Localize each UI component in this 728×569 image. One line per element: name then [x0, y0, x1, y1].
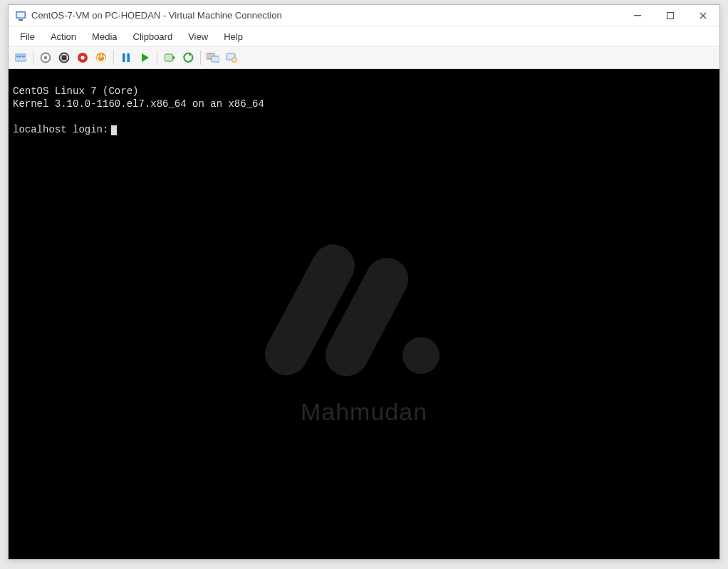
text-cursor — [111, 125, 117, 135]
menu-file[interactable]: File — [13, 29, 42, 44]
menu-media[interactable]: Media — [85, 29, 124, 44]
svg-rect-2 — [19, 19, 23, 21]
watermark: Mahmudan — [288, 239, 440, 418]
toolbar-separator — [157, 51, 157, 65]
titlebar: CentOS-7-VM on PC-HOEDAN - Virtual Machi… — [9, 5, 719, 26]
maximize-button[interactable] — [654, 5, 687, 26]
ctrl-alt-del-button[interactable] — [13, 50, 28, 66]
menubar: File Action Media Clipboard View Help — [9, 26, 719, 46]
share-icon — [226, 52, 237, 63]
share-button[interactable] — [224, 50, 239, 66]
console-line: Kernel 3.10.0-1160.el7.x86_64 on an x86_… — [13, 98, 264, 110]
revert-button[interactable] — [180, 50, 196, 66]
svg-rect-5 — [15, 54, 26, 61]
pause-icon — [121, 53, 131, 63]
watermark-dot-icon — [402, 337, 440, 374]
svg-rect-18 — [165, 54, 173, 61]
shut-down-icon — [58, 52, 70, 63]
svg-rect-1 — [17, 12, 25, 17]
svg-rect-12 — [62, 56, 67, 61]
close-icon — [700, 12, 707, 19]
watermark-bar-icon — [318, 251, 415, 384]
svg-point-10 — [44, 56, 47, 59]
svg-rect-20 — [212, 56, 219, 62]
turn-off-button[interactable] — [38, 50, 53, 66]
watermark-logo — [288, 239, 440, 381]
svg-rect-16 — [123, 53, 125, 62]
maximize-icon — [667, 12, 674, 19]
reset-button[interactable] — [93, 50, 109, 66]
revert-icon — [182, 52, 194, 63]
save-icon — [77, 52, 88, 63]
toolbar-separator — [113, 51, 114, 65]
toolbar — [9, 46, 719, 69]
ctrl-alt-del-icon — [15, 53, 26, 63]
watermark-bar-icon — [258, 237, 363, 383]
toolbar-separator — [200, 51, 201, 65]
checkpoint-icon — [164, 52, 175, 63]
enhanced-session-icon — [207, 53, 219, 63]
checkpoint-button[interactable] — [162, 50, 177, 66]
app-icon — [14, 9, 27, 22]
console-line: CentOS Linux 7 (Core) — [13, 85, 138, 97]
menu-view[interactable]: View — [181, 29, 215, 44]
svg-point-14 — [80, 56, 84, 59]
menu-help[interactable]: Help — [217, 29, 250, 44]
svg-rect-8 — [22, 56, 25, 57]
start-icon — [140, 53, 150, 63]
vm-console[interactable]: CentOS Linux 7 (Core) Kernel 3.10.0-1160… — [9, 69, 719, 559]
window-title: CentOS-7-VM on PC-HOEDAN - Virtual Machi… — [31, 10, 621, 21]
login-prompt: localhost login: — [13, 124, 108, 135]
svg-rect-7 — [19, 56, 21, 57]
turn-off-icon — [40, 52, 51, 63]
svg-rect-3 — [634, 15, 641, 16]
start-button[interactable] — [137, 50, 152, 66]
svg-rect-22 — [232, 58, 236, 62]
shut-down-button[interactable] — [56, 50, 72, 66]
minimize-icon — [634, 12, 641, 19]
enhanced-session-button[interactable] — [205, 50, 221, 66]
window-controls — [621, 5, 719, 26]
close-button[interactable] — [687, 5, 719, 26]
menu-action[interactable]: Action — [43, 29, 83, 44]
menu-clipboard[interactable]: Clipboard — [126, 29, 180, 44]
vm-connection-window: CentOS-7-VM on PC-HOEDAN - Virtual Machi… — [8, 4, 720, 560]
toolbar-separator — [33, 51, 33, 65]
minimize-button[interactable] — [621, 5, 654, 26]
svg-rect-17 — [127, 53, 130, 62]
watermark-text: Mahmudan — [301, 405, 427, 418]
save-button[interactable] — [75, 50, 90, 66]
svg-rect-4 — [667, 12, 674, 19]
reset-icon — [95, 52, 107, 63]
svg-rect-6 — [16, 56, 19, 57]
pause-button[interactable] — [118, 50, 134, 66]
